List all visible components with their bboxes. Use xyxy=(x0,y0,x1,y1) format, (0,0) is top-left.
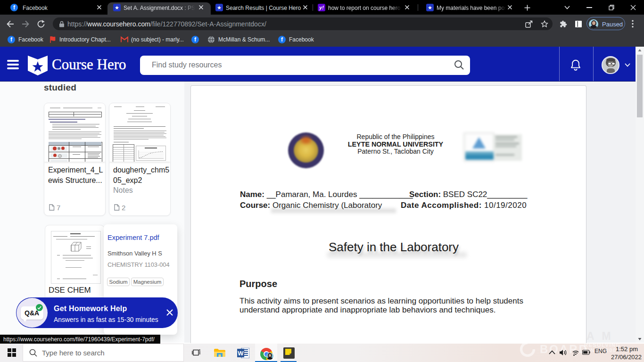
svg-text:W: W xyxy=(238,350,244,357)
